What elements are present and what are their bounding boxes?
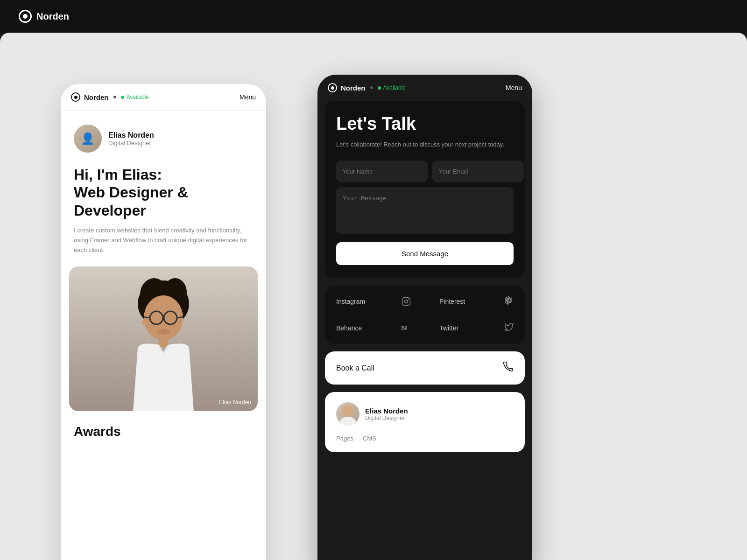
profile-row: 👤 Elias Norden Digital Designer (74, 125, 253, 153)
message-textarea[interactable] (336, 187, 514, 234)
contact-description: Let's collaborate! Reach out to discuss … (336, 140, 514, 150)
right-logo-circle (328, 83, 337, 92)
left-nav-dot (113, 96, 116, 98)
bottom-profile-card: Elias Norden Digital Designer Pages CMS (325, 392, 525, 452)
phone-icon (503, 362, 514, 374)
social-links-section: Instagram Pinterest Behance (325, 286, 525, 344)
instagram-icon (401, 296, 411, 307)
photo-background (69, 266, 258, 411)
contact-section: Let's Talk Let's collaborate! Reach out … (325, 101, 525, 278)
hero-description: I create custom websites that blend crea… (74, 226, 253, 255)
bottom-cms-link[interactable]: CMS (363, 435, 376, 442)
contact-title: Let's Talk (336, 114, 514, 134)
bottom-role: Digital Designer (365, 415, 408, 421)
right-available-dot (378, 86, 381, 90)
instagram-label[interactable]: Instagram (336, 298, 401, 305)
profile-name: Elias Norden (108, 131, 154, 140)
book-call-button[interactable]: Book a Call (325, 351, 525, 385)
hero-title-line1: Hi, I'm Elias: (74, 166, 162, 183)
right-phone-mockup: Norden Available Menu Let's Talk Let's c… (317, 75, 532, 560)
pinterest-label[interactable]: Pinterest (439, 298, 504, 305)
main-background: Norden Available Menu 👤 Elias Norden Dig… (0, 33, 747, 560)
left-available-text: Available (127, 94, 149, 100)
top-bar: Norden (0, 0, 747, 33)
left-nav-logo: Norden (71, 92, 109, 102)
left-logo-text: Norden (84, 93, 109, 101)
bottom-profile-row: Elias Norden Digital Designer (336, 402, 514, 426)
hero-title: Hi, I'm Elias: Web Designer & Developer (74, 166, 253, 219)
bottom-profile-info: Elias Norden Digital Designer (365, 407, 408, 421)
left-logo-circle (71, 92, 80, 102)
twitter-icon (504, 322, 514, 334)
behance-icon: Bē (401, 323, 411, 333)
left-hero-section: 👤 Elias Norden Digital Designer Hi, I'm … (61, 111, 266, 266)
avatar-image: 👤 (74, 125, 102, 153)
right-available-text: Available (383, 84, 406, 91)
person-silhouette (112, 266, 215, 411)
right-nav-dot (370, 86, 373, 89)
logo-icon (19, 10, 32, 23)
hero-title-line2: Web Designer & Developer (74, 184, 188, 218)
awards-title: Awards (74, 424, 253, 439)
pinterest-icon (504, 296, 514, 307)
app-logo: Norden (19, 10, 69, 23)
right-nav-logo: Norden (328, 83, 366, 92)
bottom-pages-link[interactable]: Pages (336, 435, 353, 442)
left-available-badge: Available (121, 94, 149, 100)
awards-section: Awards (61, 411, 266, 439)
email-input[interactable] (432, 161, 524, 182)
send-message-button[interactable]: Send Message (336, 242, 514, 265)
right-available-badge: Available (378, 84, 406, 91)
form-name-email-row (336, 161, 514, 182)
social-row-instagram: Instagram Pinterest (336, 288, 514, 315)
social-row-behance: Behance Bē Twitter (336, 315, 514, 341)
bottom-name: Elias Norden (365, 407, 408, 415)
profile-photo-card: Elias Norden (69, 266, 258, 411)
twitter-label[interactable]: Twitter (439, 324, 504, 332)
svg-point-17 (342, 405, 353, 416)
behance-label[interactable]: Behance (336, 324, 401, 332)
svg-point-18 (339, 417, 356, 426)
avatar: 👤 (74, 125, 102, 153)
svg-point-15 (408, 299, 409, 300)
svg-rect-9 (159, 337, 168, 347)
left-menu-button[interactable]: Menu (240, 93, 256, 101)
bottom-avatar-image (336, 402, 359, 426)
left-available-dot (121, 96, 124, 99)
left-phone-mockup: Norden Available Menu 👤 Elias Norden Dig… (61, 84, 266, 560)
photo-label: Elias Norden (219, 399, 251, 406)
svg-rect-13 (402, 298, 410, 306)
profile-role: Digital Designer (108, 140, 154, 147)
right-logo-text: Norden (341, 84, 366, 92)
right-nav: Norden Available Menu (317, 75, 532, 101)
svg-point-12 (156, 329, 170, 335)
svg-text:Bē: Bē (401, 325, 408, 331)
bottom-avatar (336, 402, 359, 426)
bottom-nav-links: Pages CMS (336, 435, 514, 442)
right-menu-button[interactable]: Menu (506, 84, 522, 91)
left-nav: Norden Available Menu (61, 84, 266, 111)
book-call-text: Book a Call (336, 364, 374, 372)
svg-point-14 (405, 300, 408, 303)
svg-point-10 (142, 321, 145, 324)
app-name: Norden (36, 11, 69, 22)
profile-info: Elias Norden Digital Designer (108, 131, 154, 147)
name-input[interactable] (336, 161, 428, 182)
